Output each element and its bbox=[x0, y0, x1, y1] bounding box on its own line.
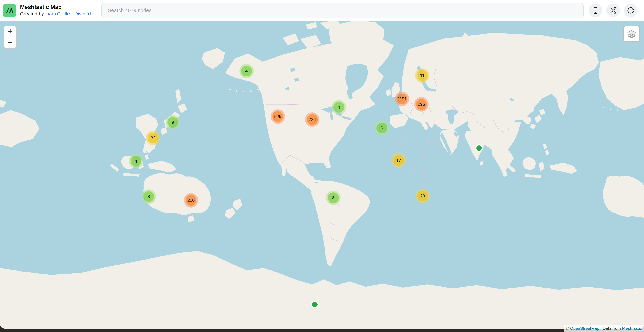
cluster-marker[interactable]: 6 bbox=[375, 121, 389, 135]
cluster-marker[interactable]: 11 bbox=[415, 68, 430, 83]
node-marker[interactable] bbox=[475, 144, 483, 152]
osm-link[interactable]: OpenStreetMap bbox=[570, 326, 599, 331]
marker-layer: 4932482105297244811219129661723 bbox=[0, 0, 644, 332]
meshtastic-logo-icon bbox=[5, 6, 14, 15]
zoom-control: + − bbox=[4, 26, 16, 49]
cluster-marker[interactable]: 4 bbox=[332, 100, 346, 114]
layers-icon bbox=[626, 29, 637, 39]
attribution-bar: © OpenStreetMap | Data from Meshtastic bbox=[564, 325, 644, 332]
cluster-marker[interactable]: 210 bbox=[184, 193, 198, 208]
discord-link[interactable]: Discord bbox=[74, 11, 91, 17]
subtitle: Created by Liam Cottle - Discord bbox=[20, 11, 101, 17]
cluster-marker[interactable]: 23 bbox=[416, 189, 430, 203]
layers-button[interactable] bbox=[623, 26, 640, 42]
random-node-button[interactable] bbox=[606, 4, 620, 17]
app-header: Meshtastic Map Created by Liam Cottle - … bbox=[0, 0, 644, 21]
cluster-marker[interactable]: 529 bbox=[270, 109, 285, 124]
cluster-marker[interactable]: 724 bbox=[305, 112, 320, 127]
search-input[interactable] bbox=[101, 3, 584, 18]
cluster-marker[interactable]: 296 bbox=[414, 97, 428, 112]
copyright-symbol: © bbox=[566, 326, 569, 331]
created-by-text: Created by bbox=[20, 11, 44, 17]
cluster-marker[interactable]: 32 bbox=[146, 131, 160, 145]
zoom-out-button[interactable]: − bbox=[4, 37, 16, 48]
data-from-text: | Data from bbox=[600, 326, 621, 331]
cluster-marker[interactable]: 9 bbox=[166, 115, 180, 130]
refresh-button[interactable] bbox=[624, 4, 638, 17]
mobile-app-button[interactable] bbox=[589, 4, 602, 17]
cluster-marker[interactable]: 8 bbox=[326, 191, 340, 205]
header-actions bbox=[589, 4, 638, 17]
author-link[interactable]: Liam Cottle bbox=[45, 11, 70, 17]
map-viewport[interactable]: 4932482105297244811219129661723 bbox=[0, 0, 644, 332]
node-marker[interactable] bbox=[311, 301, 318, 308]
meshtastic-link[interactable]: Meshtastic bbox=[622, 326, 642, 331]
page-title: Meshtastic Map bbox=[20, 4, 101, 11]
cluster-marker[interactable]: 8 bbox=[142, 189, 156, 204]
cluster-marker[interactable]: 4 bbox=[129, 154, 143, 168]
cluster-marker[interactable]: 2191 bbox=[395, 92, 409, 106]
meshtastic-map-app: 4932482105297244811219129661723 Meshtast… bbox=[0, 0, 644, 332]
app-logo bbox=[3, 4, 16, 17]
zoom-in-button[interactable]: + bbox=[4, 26, 16, 37]
shuffle-icon bbox=[609, 7, 617, 14]
smartphone-icon bbox=[592, 7, 599, 14]
cluster-marker[interactable]: 17 bbox=[391, 153, 406, 168]
cluster-marker[interactable]: 4 bbox=[239, 64, 254, 78]
refresh-icon bbox=[627, 7, 634, 14]
link-separator: - bbox=[71, 11, 73, 17]
title-block: Meshtastic Map Created by Liam Cottle - … bbox=[20, 4, 101, 17]
